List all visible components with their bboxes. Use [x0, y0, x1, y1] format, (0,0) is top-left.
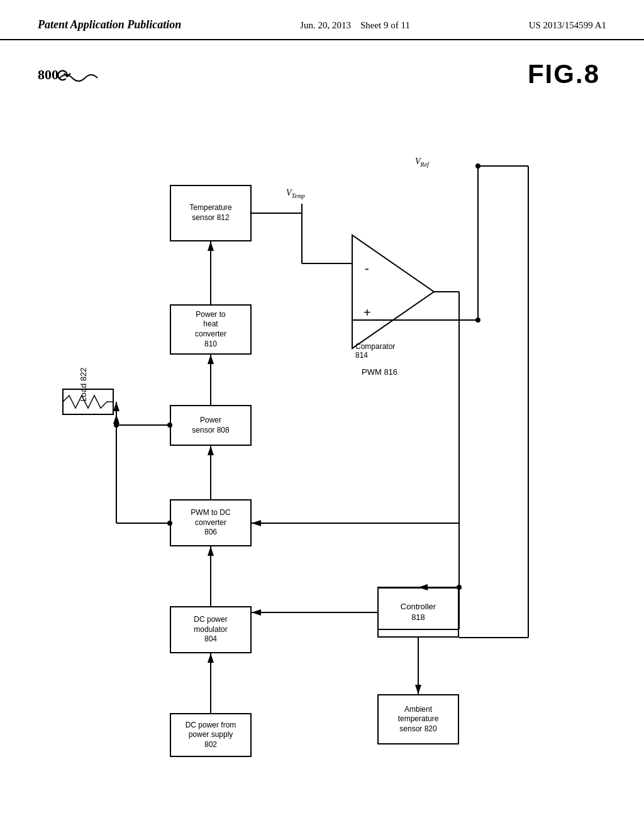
svg-marker-42 — [415, 685, 421, 694]
block-dc-power-modulator: DC powermodulator804 — [170, 606, 252, 653]
squiggle-symbol: ⟳ — [57, 65, 71, 86]
header-date: Jun. 20, 2013 — [300, 20, 351, 30]
header-sheet: Sheet 9 of 11 — [360, 20, 410, 30]
block-pwm-to-dc: PWM to DCconverter806 — [170, 499, 252, 546]
diagram-id: 800 — [38, 67, 58, 83]
svg-point-50 — [114, 423, 119, 428]
svg-marker-3 — [208, 546, 214, 556]
circuit-diagram-svg: - + — [0, 40, 644, 795]
svg-marker-30 — [252, 520, 261, 526]
svg-marker-1 — [208, 653, 214, 663]
svg-marker-16 — [113, 414, 119, 424]
load-label: Load 822 — [79, 367, 88, 401]
svg-point-46 — [475, 318, 480, 323]
v-ref-label: VRef — [415, 157, 429, 168]
block-ambient-temp: Ambienttemperaturesensor 820 — [377, 694, 459, 744]
svg-marker-17 — [352, 235, 434, 348]
svg-point-47 — [475, 163, 480, 169]
svg-marker-9 — [208, 241, 214, 251]
diagram-area: FIG.8 800 ⟳ DC power frompower supply802… — [0, 40, 644, 795]
svg-marker-34 — [252, 609, 261, 616]
svg-marker-5 — [208, 446, 214, 455]
svg-marker-7 — [208, 355, 214, 364]
figure-label: FIG.8 — [528, 59, 600, 89]
svg-rect-10 — [63, 389, 113, 414]
svg-marker-13 — [113, 402, 119, 411]
page-header: Patent Application Publication Jun. 20, … — [0, 0, 644, 40]
v-temp-label: VTemp — [286, 188, 305, 199]
pwm-label: PWM 816 — [362, 367, 397, 377]
block-controller: Controller818 — [377, 587, 459, 638]
block-temperature-sensor: Temperaturesensor 812 — [170, 185, 252, 241]
svg-text:-: - — [365, 262, 369, 275]
block-power-to-heat: Power toheatconverter810 — [170, 304, 252, 355]
comparator-label: Comparator814 — [355, 342, 395, 360]
header-date-sheet: Jun. 20, 2013 Sheet 9 of 11 — [300, 18, 410, 33]
svg-text:+: + — [364, 306, 371, 319]
block-dc-power-supply: DC power frompower supply802 — [170, 713, 252, 757]
block-power-sensor: Powersensor 808 — [170, 405, 252, 446]
header-patent-number: US 2013/154599 A1 — [529, 18, 606, 33]
header-publication-type: Patent Application Publication — [38, 18, 181, 32]
